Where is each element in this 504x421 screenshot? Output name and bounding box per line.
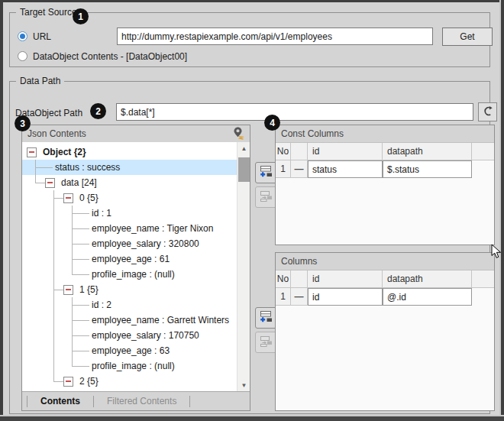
url-radio-label[interactable]: URL (33, 31, 51, 42)
tree-node[interactable]: data [24] (22, 175, 237, 190)
tree-leaf-line (82, 251, 89, 267)
col-header-no: No (276, 270, 291, 288)
add-column-button[interactable] (255, 307, 277, 329)
tree-node[interactable]: profile_image : (null) (22, 267, 237, 282)
json-tree: Object {2}status : successdata [24]0 {5}… (22, 142, 237, 391)
step-1-badge: 1 (73, 8, 89, 24)
tree-node-label: id : 1 (89, 208, 114, 219)
tree-node[interactable]: employee_age : 63 (22, 343, 237, 358)
tree-scrollbar[interactable]: ▲ ▼ (237, 142, 250, 391)
row-number-cell: 1 (276, 288, 291, 306)
columns-title: Columns (281, 256, 489, 267)
tree-collapse-icon[interactable] (63, 193, 73, 203)
datapath-cell[interactable]: @.id (383, 288, 472, 306)
tree-guide-line (27, 297, 45, 313)
tree-node-label: employee_age : 61 (89, 254, 172, 264)
tree-node-label: Object {2} (40, 147, 89, 157)
get-button[interactable]: Get (442, 28, 493, 46)
copy-const-column-button (255, 186, 277, 208)
tree-guide-line (27, 328, 45, 343)
scroll-down-icon[interactable]: ▼ (237, 379, 250, 391)
tree-collapse-icon[interactable] (63, 285, 73, 295)
add-row-icon (260, 165, 273, 180)
tree-node-label: employee_name : Tiger Nixon (89, 223, 215, 234)
col-header-datapath: datapath (383, 270, 472, 288)
data-mapping-dialog: Target Source URL Get DataObject Content… (0, 0, 504, 421)
tree-node[interactable]: 0 {5} (22, 190, 237, 206)
tree-connector-line (63, 358, 82, 374)
tree-collapse-icon[interactable] (63, 377, 73, 387)
tree-node[interactable]: employee_name : Garrett Winters (22, 313, 237, 328)
tree-node-label: employee_name : Garrett Winters (89, 315, 231, 325)
dataobject-contents-radio[interactable] (18, 51, 27, 61)
tree-node-label: profile_image : (null) (89, 361, 177, 371)
step-4-badge: 4 (264, 115, 280, 131)
tree-leaf-line (82, 328, 89, 343)
tree-node[interactable]: employee_salary : 170750 (22, 328, 237, 343)
tree-node[interactable]: employee_age : 61 (22, 251, 237, 267)
table-row: 1 — id @.id (276, 288, 494, 306)
tree-connector-line (63, 328, 82, 343)
tree-node[interactable]: profile_image : (null) (22, 358, 237, 374)
window-frame-top (0, 0, 504, 2)
window-frame-left (0, 0, 3, 421)
tree-node[interactable]: id : 1 (22, 206, 237, 221)
tree-node[interactable]: status : success (22, 160, 237, 175)
col-header-grip (291, 143, 308, 160)
tree-guide-line (27, 374, 45, 389)
tab-contents[interactable]: Contents (27, 396, 93, 406)
const-columns-header: Const Columns (276, 125, 494, 142)
tree-guide-line (27, 190, 45, 206)
url-radio[interactable] (18, 31, 27, 41)
window-frame-right (499, 0, 504, 421)
tree-node-label: profile_image : (null) (89, 269, 177, 280)
const-columns-table: No id datapath 1 — status $.status (276, 142, 494, 245)
tree-guide-line (27, 251, 45, 267)
tab-filtered-contents[interactable]: Filtered Contents (94, 396, 189, 406)
tree-node[interactable]: employee_name : Tiger Nixon (22, 221, 237, 236)
tree-connector-line (63, 221, 82, 236)
col-header-filler (472, 143, 494, 160)
refresh-button[interactable] (478, 102, 497, 121)
tree-node-label: 2 {5} (77, 376, 101, 387)
datapath-pin-icon[interactable] (231, 126, 244, 142)
dataobject-contents-radio-label[interactable]: DataObject Contents - [DataObject00] (33, 51, 187, 62)
dataobject-path-input[interactable] (116, 103, 473, 121)
tree-collapse-icon[interactable] (45, 178, 55, 188)
json-contents-tabs: Contents Filtered Contents (22, 391, 250, 410)
tree-guide-line (45, 221, 63, 236)
tree-guide-line (45, 343, 63, 358)
scrollbar-thumb[interactable] (238, 157, 250, 182)
row-number-cell: 1 (276, 160, 291, 178)
target-source-group-label: Target Source (16, 7, 81, 18)
tree-node[interactable]: 2 {5} (22, 374, 237, 389)
tree-leaf-line (82, 313, 89, 328)
tree-node[interactable]: employee_salary : 320800 (22, 236, 237, 251)
tree-node[interactable]: Object {2} (22, 144, 237, 160)
tree-guide-line (27, 343, 45, 358)
tree-node[interactable]: 1 {5} (22, 282, 237, 297)
row-filler (472, 288, 494, 306)
tree-connector-line (45, 282, 63, 297)
id-cell[interactable]: status (308, 160, 383, 178)
add-const-column-button[interactable] (255, 162, 277, 183)
col-header-id: id (308, 270, 383, 288)
step-2-badge: 2 (90, 103, 106, 119)
table-header-row: No id datapath (276, 143, 494, 160)
const-columns-title: Const Columns (281, 128, 489, 139)
tree-node-label: status : success (53, 162, 122, 173)
tree-connector-line (63, 313, 82, 328)
row-grip-handle[interactable]: — (291, 288, 308, 306)
tree-node[interactable]: id : 2 (22, 297, 237, 313)
columns-panel: Columns No id datapath 1 — id @.id (275, 252, 495, 411)
row-filler (472, 160, 494, 178)
id-cell[interactable]: id (308, 288, 383, 306)
scroll-up-icon[interactable]: ▲ (237, 142, 250, 154)
copy-row-icon (260, 335, 273, 350)
tab-separator (189, 396, 190, 407)
url-input[interactable] (117, 28, 433, 45)
datapath-cell[interactable]: $.status (383, 160, 472, 178)
tree-collapse-icon[interactable] (27, 147, 37, 157)
row-grip-handle[interactable]: — (291, 160, 308, 178)
add-row-icon (260, 310, 273, 325)
